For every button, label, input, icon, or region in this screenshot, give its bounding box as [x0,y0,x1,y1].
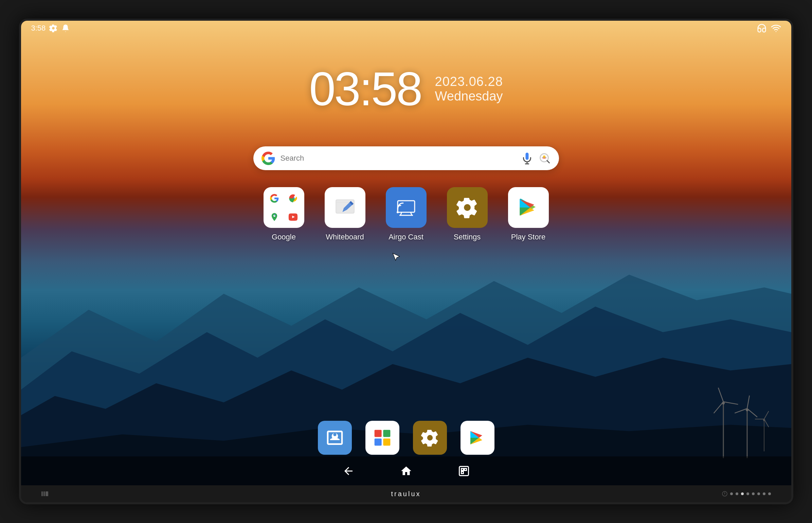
status-right [757,23,781,33]
indicator-dot-8 [768,492,771,495]
mic-icon[interactable] [521,152,533,164]
status-time: 3:58 [31,24,46,33]
playstore-icon-svg [517,196,540,219]
mouse-cursor [391,252,401,264]
whiteboard-icon-svg [333,196,357,219]
home-icon [400,465,412,477]
wind-turbines [696,363,771,458]
svg-rect-37 [383,438,390,446]
settings-gear-icon [456,196,479,219]
google-app-label: Google [272,233,296,241]
svg-rect-41 [461,471,463,473]
indicator-dot-6 [757,492,760,495]
tv-bottom-left-controls [41,491,48,496]
google-icon-youtube [285,209,302,225]
svg-line-24 [547,161,549,163]
app-whiteboard[interactable]: Whiteboard [325,187,365,241]
settings-app-icon [447,187,488,228]
dock-photos[interactable] [365,421,399,455]
app-settings[interactable]: Settings [447,187,488,241]
svg-rect-42 [41,491,43,496]
dock [318,421,494,455]
svg-rect-44 [46,491,48,496]
app-playstore[interactable]: Play Store [508,187,549,241]
playstore-app-label: Play Store [511,233,546,241]
google-icon-maps [266,209,283,225]
svg-rect-40 [464,468,466,470]
contacts-icon [325,428,344,447]
indicator-dot-4 [746,492,749,495]
headphone-icon [757,23,767,33]
search-input[interactable] [281,154,521,163]
google-app-icon [264,187,304,228]
indicator-dot-3 [741,492,744,495]
airgocast-app-icon [386,187,427,228]
app-google[interactable]: Google [264,187,304,241]
day-text: Wednesday [435,89,503,104]
svg-line-12 [747,409,757,417]
svg-rect-43 [43,491,45,496]
power-icon [722,491,727,497]
brand-label: traulux [391,490,421,498]
dock-contacts[interactable] [318,421,352,455]
nav-back-button[interactable] [340,463,357,480]
svg-point-23 [543,156,545,158]
status-bar: 3:58 [21,21,791,36]
indicator-dot-2 [736,492,738,495]
dock-playstore[interactable] [461,421,494,455]
search-bar[interactable] [253,146,559,170]
indicator-dot-1 [730,492,733,495]
photos-icon [373,428,392,447]
indicator-dot-7 [763,492,765,495]
search-actions [521,152,551,164]
tv-bottom-bar: traulux [21,485,791,502]
lens-icon[interactable] [539,152,551,164]
app-airgocast[interactable]: Airgo Cast [386,187,427,241]
indicator-dot-5 [752,492,755,495]
svg-line-17 [764,419,769,427]
tv-frame: 3:58 03:58 2023.06.28 [19,19,793,504]
playstore-dock-icon [468,428,487,447]
svg-line-7 [723,402,738,404]
svg-rect-36 [374,438,381,446]
dock-settings[interactable] [413,421,447,455]
clock-time: 03:58 [309,61,421,116]
tv-bottom-right-controls [722,491,771,497]
svg-line-6 [718,388,723,402]
wifi-icon [771,23,781,33]
nav-home-button[interactable] [398,463,415,480]
svg-line-13 [735,409,747,413]
nav-bar [21,456,791,485]
svg-line-16 [764,411,769,419]
svg-line-11 [747,396,750,409]
svg-point-33 [397,211,399,213]
playstore-app-icon [508,187,549,228]
airgocast-app-label: Airgo Cast [389,233,423,241]
svg-rect-35 [383,430,390,437]
nav-recents-button[interactable] [455,463,472,480]
gear-icon [49,24,58,33]
notification-icon [61,24,70,33]
google-icon-chrome [285,190,302,206]
svg-line-8 [714,402,723,413]
svg-rect-34 [374,430,381,437]
whiteboard-app-icon [325,187,365,228]
date-text: 2023.06.28 [435,74,503,89]
clock-section: 03:58 2023.06.28 Wednesday [309,61,503,116]
app-grid: Google Whiteboard [264,187,549,241]
google-logo [261,151,275,165]
svg-rect-39 [461,468,463,470]
svg-rect-29 [398,201,415,212]
back-icon [342,465,355,477]
settings-dock-icon [420,428,439,447]
whiteboard-app-label: Whiteboard [326,233,364,241]
screen: 3:58 03:58 2023.06.28 [21,21,791,485]
google-icon-search [266,190,283,206]
airgocast-icon-svg [394,196,418,219]
settings-app-label: Settings [454,233,481,241]
status-left: 3:58 [31,24,70,33]
clock-date: 2023.06.28 Wednesday [435,74,503,104]
tv-controls-icon [41,491,48,496]
recents-icon [458,465,470,477]
